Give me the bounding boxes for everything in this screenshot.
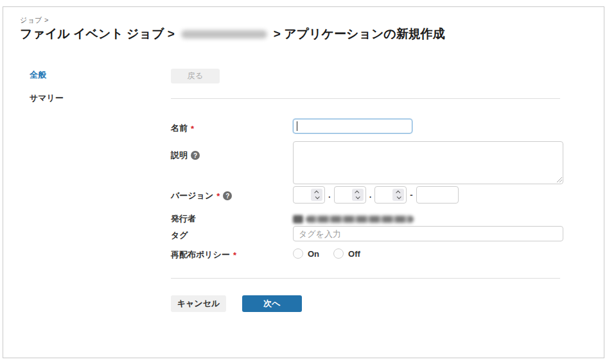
publisher-label-text: 発行者 [171, 213, 196, 225]
version-inputs-row: . . - [293, 186, 459, 204]
description-label: 説明 ? [171, 150, 200, 161]
stepper-buttons[interactable] [392, 189, 404, 201]
version-required-asterisk: * [216, 191, 220, 201]
redistribution-radio-group: On Off [293, 247, 360, 260]
name-label: 名前 * [171, 123, 194, 134]
version-separator: . [328, 190, 331, 200]
radio-option-off[interactable]: Off [333, 248, 360, 259]
tags-label-text: タグ [171, 230, 188, 241]
redistribution-label-text: 再配布ポリシー [171, 249, 230, 261]
tags-label: タグ [171, 230, 188, 241]
help-icon[interactable]: ? [191, 151, 200, 160]
sidebar-step-summary[interactable]: サマリー [30, 92, 64, 104]
stepper-buttons[interactable] [311, 189, 322, 201]
chevron-down-icon[interactable] [356, 195, 360, 199]
redistribution-label: 再配布ポリシー * [171, 249, 236, 261]
page-frame: ジョブ > ファイル イベント ジョブ > > アプリケーションの新規作成 全般… [3, 6, 604, 358]
tags-input[interactable] [293, 226, 563, 241]
page-title-prefix: ファイル イベント ジョブ > [20, 26, 175, 42]
breadcrumb[interactable]: ジョブ > [20, 15, 49, 25]
version-minor-field [334, 186, 366, 204]
next-button[interactable]: 次へ [242, 295, 302, 312]
version-label: バージョン * ? [171, 190, 232, 202]
chevron-down-icon[interactable] [396, 195, 401, 199]
version-major-input[interactable] [294, 190, 310, 200]
version-build-input[interactable] [416, 186, 459, 204]
bottom-divider [171, 278, 560, 279]
text-cursor [297, 121, 297, 131]
version-separator: . [369, 190, 372, 200]
back-button[interactable]: 戻る [171, 69, 220, 83]
top-divider [171, 98, 560, 99]
radio-circle-icon[interactable] [293, 248, 303, 259]
stepper-buttons[interactable] [352, 189, 364, 201]
redacted-job-name [181, 30, 267, 39]
radio-circle-icon[interactable] [333, 248, 344, 259]
version-patch-input[interactable] [375, 190, 392, 200]
version-major-field [293, 186, 325, 204]
description-label-text: 説明 [171, 150, 188, 161]
redistribution-required-asterisk: * [233, 250, 236, 260]
help-icon[interactable]: ? [223, 191, 232, 200]
cancel-button[interactable]: キャンセル [171, 295, 226, 312]
chevron-up-icon[interactable] [314, 191, 319, 195]
radio-option-on[interactable]: On [293, 248, 319, 259]
version-separator: - [410, 190, 412, 200]
sidebar-step-general[interactable]: 全般 [30, 69, 46, 81]
publisher-label: 発行者 [171, 213, 196, 225]
chevron-up-icon[interactable] [396, 191, 400, 195]
radio-option-on-label: On [308, 249, 319, 259]
chevron-down-icon[interactable] [315, 195, 319, 199]
radio-option-off-label: Off [348, 249, 360, 259]
page-title-suffix: > アプリケーションの新規作成 [274, 26, 445, 42]
version-label-text: バージョン [171, 190, 213, 202]
name-input[interactable] [293, 119, 412, 134]
page-title: ファイル イベント ジョブ > > アプリケーションの新規作成 [20, 26, 591, 42]
name-label-text: 名前 [171, 123, 188, 134]
redacted-publisher-value [293, 214, 414, 224]
version-patch-field [374, 186, 407, 204]
name-required-asterisk: * [191, 124, 194, 134]
version-minor-input[interactable] [335, 190, 351, 200]
description-textarea[interactable] [293, 141, 563, 184]
